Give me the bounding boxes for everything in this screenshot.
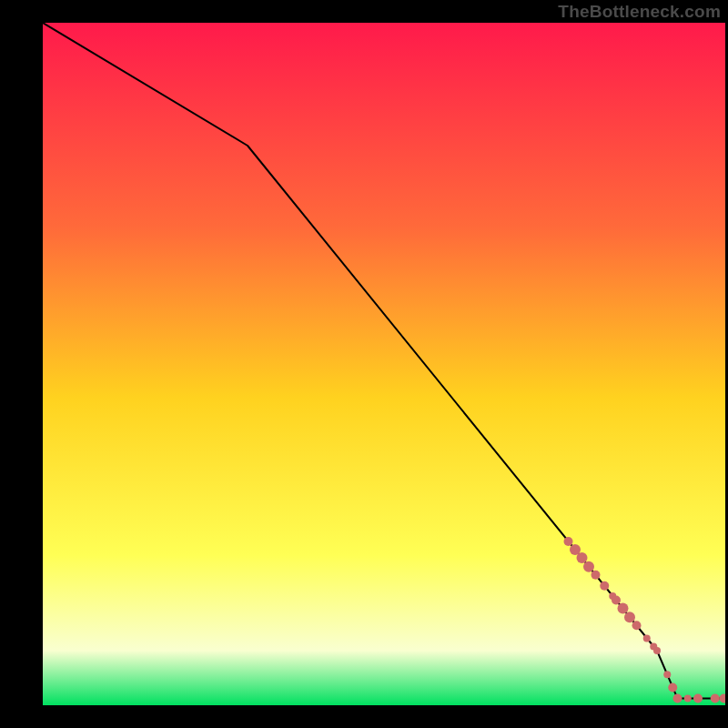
data-point — [653, 647, 661, 654]
data-point — [600, 581, 609, 591]
data-point — [618, 603, 629, 614]
data-point — [624, 612, 635, 622]
data-point — [684, 695, 692, 703]
plot-area — [43, 23, 725, 705]
data-point — [663, 671, 671, 678]
data-point — [612, 596, 621, 605]
data-point — [643, 635, 651, 642]
data-point — [673, 694, 682, 703]
data-point — [592, 571, 601, 580]
data-point — [564, 537, 573, 546]
data-point — [577, 552, 588, 563]
chart-frame: TheBottleneck.com — [0, 0, 728, 728]
data-point — [668, 683, 677, 693]
data-point — [693, 694, 703, 703]
chart-svg — [43, 23, 725, 705]
data-point — [711, 694, 720, 703]
data-point — [583, 561, 594, 572]
attribution-label: TheBottleneck.com — [558, 2, 721, 22]
data-point — [632, 621, 642, 630]
